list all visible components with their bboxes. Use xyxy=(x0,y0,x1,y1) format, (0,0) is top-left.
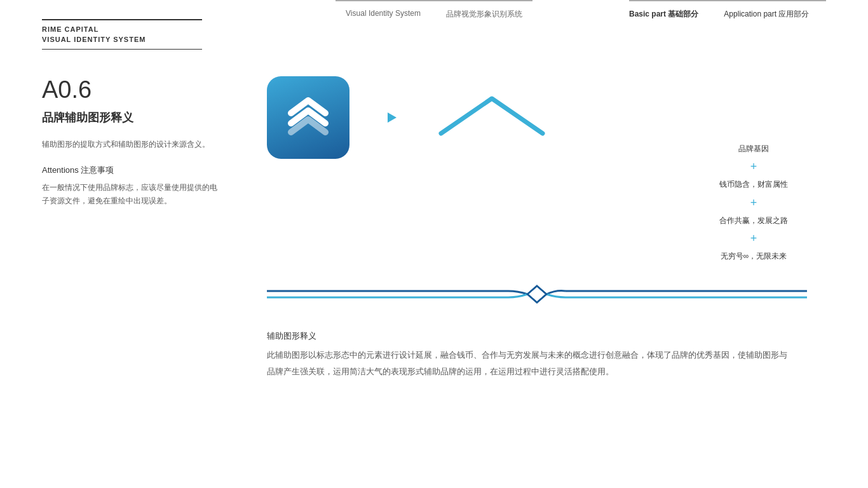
svg-marker-5 xyxy=(529,287,545,301)
right-panel-brand-gene: 品牌基因 xyxy=(738,143,769,155)
right-panel-plus-3: + xyxy=(750,231,757,247)
logo-section: RIME CAPITAL VISUAL IDENTITY SYSTEM xyxy=(42,19,202,50)
nav-center-item-en[interactable]: Visual Identity System xyxy=(346,9,421,20)
logo-icon-svg xyxy=(280,89,337,146)
bottom-section: 辅助图形释义 此辅助图形以标志形态中的元素进行设计延展，融合钱币、合作与无穷发展… xyxy=(267,330,794,380)
logo-icon-wrap xyxy=(267,76,648,159)
right-panel-infinite: 无穷号∞，无限未来 xyxy=(721,250,787,262)
section-title: 品牌辅助图形释义 xyxy=(42,110,220,125)
nav-right-items: Basic part 基础部分 Application part 应用部分 xyxy=(629,9,809,20)
nav-application-part[interactable]: Application part 应用部分 xyxy=(724,9,809,20)
outline-chevron-svg xyxy=(435,89,549,146)
deco-line-svg xyxy=(267,280,807,311)
bottom-desc: 此辅助图形以标志形态中的元素进行设计延展，融合钱币、合作与无穷发展与未来的概念进… xyxy=(267,347,794,380)
logo-title: RIME CAPITAL VISUAL IDENTITY SYSTEM xyxy=(42,24,202,45)
right-panel: 品牌基因 + 钱币隐含，财富属性 + 合作共赢，发展之路 + 无穷号∞，无限未来 xyxy=(690,143,817,262)
logo-line-top xyxy=(42,19,202,20)
arrow-icon xyxy=(388,112,397,123)
nav-center-items: Visual Identity System 品牌视觉形象识别系统 xyxy=(346,9,522,20)
left-column: A0.6 品牌辅助图形释义 辅助图形的提取方式和辅助图形的设计来源含义。 Att… xyxy=(42,76,220,208)
right-panel-coin: 钱币隐含，财富属性 xyxy=(719,179,788,191)
right-panel-plus-2: + xyxy=(750,195,757,211)
center-area xyxy=(267,76,648,197)
logo-icon-box xyxy=(267,76,349,159)
bottom-title: 辅助图形释义 xyxy=(267,330,794,342)
nav-center: Visual Identity System 品牌视觉形象识别系统 xyxy=(336,0,532,20)
nav-center-divider xyxy=(336,0,532,1)
nav-basic-part[interactable]: Basic part 基础部分 xyxy=(629,9,698,20)
nav-right: Basic part 基础部分 Application part 应用部分 xyxy=(629,0,826,20)
nav-center-item-zh[interactable]: 品牌视觉形象识别系统 xyxy=(446,9,522,20)
logo-line-bottom xyxy=(42,49,202,50)
deco-svg-wrap xyxy=(267,280,807,311)
right-panel-plus-1: + xyxy=(750,159,757,175)
attentions-title: Attentions 注意事项 xyxy=(42,165,220,176)
attentions-desc: 在一般情况下使用品牌标志，应该尽量使用提供的电子资源文件，避免在重绘中出现误差。 xyxy=(42,181,220,208)
section-code: A0.6 xyxy=(42,76,220,104)
nav-right-divider xyxy=(629,0,826,1)
right-panel-cooperation: 合作共赢，发展之路 xyxy=(719,215,788,227)
section-desc: 辅助图形的提取方式和辅助图形的设计来源含义。 xyxy=(42,138,220,152)
